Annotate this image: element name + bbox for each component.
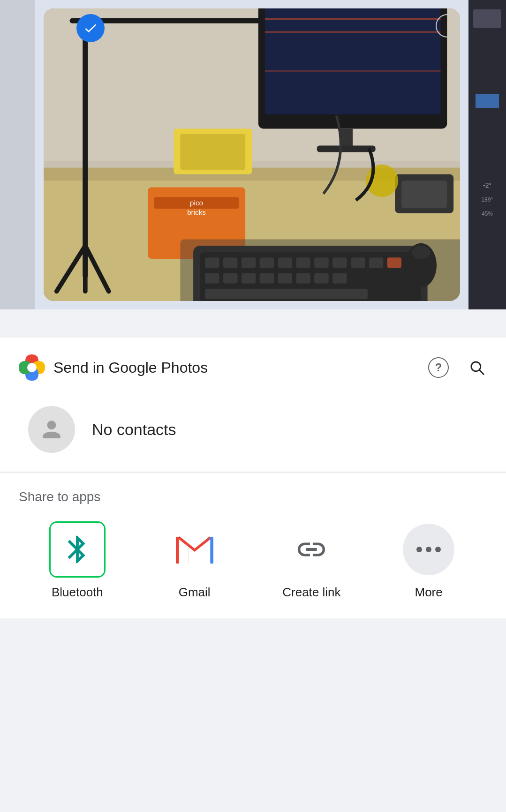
share-panel-title: Send in Google Photos	[53, 359, 420, 376]
svg-text:bricks: bricks	[187, 208, 206, 216]
svg-rect-50	[180, 239, 460, 301]
gmail-icon	[176, 533, 213, 566]
share-app-bluetooth[interactable]: Bluetooth	[19, 521, 136, 600]
link-icon	[293, 533, 330, 566]
svg-text:45%: 45%	[482, 211, 493, 217]
more-label: More	[415, 585, 443, 600]
more-icon-wrap	[400, 521, 457, 578]
svg-rect-11	[317, 146, 376, 152]
selected-photo[interactable]: pico bricks	[44, 8, 460, 301]
bluetooth-icon-wrap	[49, 521, 106, 578]
photo-center: pico bricks	[35, 0, 468, 309]
svg-text:-2°: -2°	[483, 181, 491, 189]
bluetooth-label: Bluetooth	[52, 585, 103, 600]
share-app-create-link[interactable]: Create link	[253, 521, 370, 600]
svg-rect-55	[473, 9, 501, 28]
google-photos-logo	[19, 354, 45, 381]
dot-3	[435, 547, 441, 552]
svg-rect-16	[83, 18, 88, 278]
dot-1	[416, 547, 422, 552]
help-icon[interactable]: ?	[428, 357, 449, 378]
no-contacts-label: No contacts	[92, 421, 176, 439]
share-app-more[interactable]: More	[370, 521, 487, 600]
no-contacts-avatar	[28, 406, 75, 453]
svg-rect-9	[265, 70, 441, 72]
dot-2	[426, 547, 431, 552]
svg-rect-25	[180, 134, 245, 170]
photo-right-peek: -2° 189° 45%	[468, 0, 506, 309]
share-app-gmail[interactable]: Gmail	[136, 521, 253, 600]
bluetooth-icon	[61, 533, 94, 566]
svg-rect-52	[401, 181, 447, 208]
svg-line-62	[480, 370, 483, 375]
svg-text:189°: 189°	[482, 196, 493, 203]
svg-text:pico: pico	[190, 199, 203, 207]
more-dots-circle	[403, 524, 454, 575]
gmail-label: Gmail	[179, 585, 211, 600]
create-link-icon-wrap	[283, 521, 340, 578]
svg-point-60	[27, 363, 37, 372]
share-apps-row: Bluetooth	[19, 521, 487, 600]
share-apps-label: Share to apps	[19, 489, 487, 504]
gap-spacer	[0, 309, 506, 338]
create-link-label: Create link	[282, 585, 340, 600]
circle-select-button[interactable]	[436, 14, 459, 38]
gmail-icon-wrap	[166, 521, 223, 578]
svg-rect-8	[265, 31, 441, 33]
svg-rect-56	[476, 94, 499, 108]
search-icon[interactable]	[467, 357, 487, 378]
svg-rect-54	[468, 0, 506, 309]
photo-strip: pico bricks	[0, 0, 506, 309]
selection-check-badge[interactable]	[76, 14, 105, 42]
google-photos-header: Send in Google Photos ?	[0, 338, 506, 392]
share-apps-section: Share to apps Bluetooth	[0, 473, 506, 618]
svg-rect-7	[265, 18, 441, 20]
no-contacts-row: No contacts	[0, 392, 506, 472]
share-panel: Send in Google Photos ? No contacts Shar…	[0, 338, 506, 618]
photo-left-peek	[0, 0, 35, 309]
svg-rect-5	[265, 8, 441, 114]
